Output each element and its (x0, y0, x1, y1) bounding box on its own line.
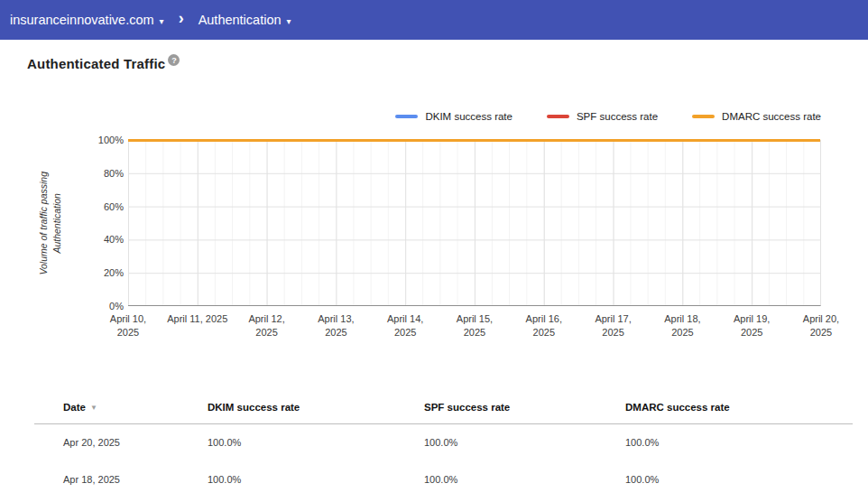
y-tick-label: 0% (0, 301, 124, 311)
y-tick-label: 40% (0, 234, 124, 245)
column-header-date[interactable]: Date▼ (34, 391, 208, 423)
table-header-row: Date▼ DKIM success rate SPF success rate… (34, 391, 853, 423)
cell-date: Apr 20, 2025 (34, 423, 208, 460)
x-tick-label: April 18,2025 (646, 312, 718, 339)
y-tick-label: 80% (0, 168, 124, 179)
series-line-dmarc (128, 139, 820, 142)
legend-item-spf: SPF success rate (547, 111, 658, 122)
column-header-spf: SPF success rate (424, 391, 625, 423)
x-tick-label: April 20,2025 (785, 312, 857, 339)
table-row: Apr 20, 2025100.0%100.0%100.0% (34, 423, 853, 460)
sort-descending-icon: ▼ (90, 404, 97, 412)
x-tick-label: April 16,2025 (508, 312, 580, 339)
y-tick-label: 100% (0, 135, 124, 145)
y-tick-label: 60% (0, 201, 124, 212)
legend-item-dmarc: DMARC success rate (692, 111, 821, 122)
x-tick-label: April 13,2025 (300, 312, 372, 339)
x-tick-label: April 15,2025 (439, 312, 511, 339)
cell-value: 100.0% (208, 460, 424, 497)
cell-value: 100.0% (424, 423, 625, 460)
legend-label: DMARC success rate (722, 111, 821, 122)
legend-label: SPF success rate (577, 111, 658, 122)
chart-plot[interactable] (128, 140, 821, 306)
cell-value: 100.0% (424, 460, 625, 497)
column-header-dmarc: DMARC success rate (625, 391, 853, 423)
cell-value: 100.0% (625, 460, 853, 497)
cell-date: Apr 18, 2025 (34, 460, 208, 497)
y-tick-label: 20% (0, 267, 124, 278)
table-body: Apr 20, 2025100.0%100.0%100.0%Apr 18, 20… (34, 423, 853, 497)
y-axis-ticks: 100%80%60%40%20%0% (0, 140, 124, 306)
authenticated-traffic-chart: DKIM success rate SPF success rate DMARC… (0, 0, 868, 379)
dmarc-line-swatch (692, 115, 715, 118)
legend-label: DKIM success rate (425, 111, 512, 122)
x-axis-ticks: April 10,2025April 11, 2025April 12,2025… (128, 312, 821, 343)
cell-value: 100.0% (625, 423, 853, 460)
x-tick-label: April 17,2025 (577, 312, 650, 339)
spf-line-swatch (547, 115, 569, 118)
chart-legend: DKIM success rate SPF success rate DMARC… (395, 111, 821, 122)
authentication-data-table: Date▼ DKIM success rate SPF success rate… (34, 391, 853, 497)
x-tick-label: April 19,2025 (716, 312, 788, 339)
legend-item-dkim: DKIM success rate (395, 111, 512, 122)
x-tick-label: April 12,2025 (231, 312, 303, 339)
cell-value: 100.0% (208, 423, 424, 460)
dkim-line-swatch (395, 115, 418, 118)
x-tick-label: April 14,2025 (369, 312, 441, 339)
column-header-dkim: DKIM success rate (208, 391, 424, 423)
table-row: Apr 18, 2025100.0%100.0%100.0% (34, 460, 853, 497)
